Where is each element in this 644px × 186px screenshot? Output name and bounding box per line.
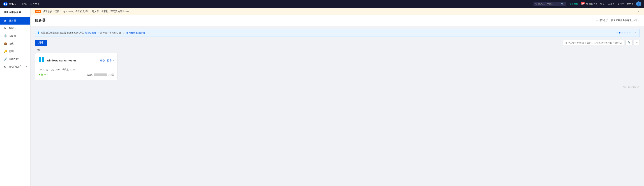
- header-actions: ✦ 场景教学 轻量应用服务器帮助文档 ↗: [596, 19, 640, 22]
- card-actions: 登录 更多 ▾: [100, 59, 114, 62]
- database-icon: 🗄: [4, 27, 7, 30]
- svg-rect-4: [42, 57, 44, 60]
- miniapp-button[interactable]: ⬡ 小程序: [569, 2, 578, 5]
- sidebar-item-database[interactable]: 🗄 数据库: [0, 24, 30, 32]
- doc-link[interactable]: 轻量应用服务器帮助文档 ↗: [611, 19, 640, 22]
- sidebar-item-network[interactable]: 🔗 内网互联: [0, 55, 30, 63]
- filter-input[interactable]: [563, 40, 624, 45]
- main-content: HOT 诚邀您参与玩转「Lighthouse」有奖征文活动。写文章，拿豪礼，万元…: [30, 8, 644, 186]
- nav-links: 总览 云产品 ▾: [22, 2, 39, 5]
- account-button[interactable]: 集团账号 ▾: [586, 2, 598, 5]
- top-nav: 腾讯云 总览 云产品 ▾ 🔍 ⬡ 小程序 ✉ 11 集团账号 ▾ 备案 工具 ▾…: [0, 0, 644, 8]
- svg-point-0: [3, 2, 8, 6]
- nav-divider: [19, 2, 19, 6]
- server-status: 运行中: [39, 73, 48, 76]
- close-banner-button[interactable]: ✕: [637, 10, 640, 13]
- sidebar-label-server: 服务器: [8, 19, 16, 22]
- logo-icon: [3, 1, 8, 6]
- new-server-button[interactable]: 新建: [35, 40, 47, 46]
- beian-button[interactable]: 备案: [600, 2, 605, 5]
- search-icon: 🔍: [561, 2, 564, 5]
- sidebar: 轻量应用服务器 🖥 服务器 🗄 数据库 💿 云硬盘 📦 镜像 🔑 密钥 🔗 内网…: [0, 8, 30, 186]
- miniapp-icon: ⬡: [569, 3, 571, 5]
- avatar-icon: 👤: [637, 2, 640, 6]
- search-filter: 🔍 ↻: [563, 40, 640, 45]
- logo-text: 腾讯云: [9, 2, 16, 5]
- sidebar-label-auto: 自动化助手: [8, 65, 21, 69]
- wechat-group-link[interactable]: 微信交流群 ↗: [84, 31, 99, 34]
- info-banner: ℹ 欢迎加入轻量应用服务器 Lighthouse 产品 微信交流群 ↗ 进行技术…: [35, 29, 640, 37]
- card-spec: CPU 2核 · 内存 2GB · 系统盘 40GB: [39, 68, 114, 71]
- search-input[interactable]: [535, 3, 560, 5]
- nav-overview[interactable]: 总览: [22, 2, 26, 5]
- dot-0[interactable]: [616, 32, 618, 33]
- mail-button[interactable]: ✉ 11: [581, 3, 583, 5]
- account-label: 集团账号 ▾: [586, 2, 598, 5]
- ip-info: (公)12 143匹: [87, 73, 114, 76]
- user-avatar[interactable]: 👤: [636, 1, 641, 6]
- sidebar-item-auto[interactable]: ⚙ 自动化助手 ▾: [0, 63, 30, 71]
- sidebar-title: 轻量应用服务器: [0, 8, 30, 17]
- page-title: 服务器: [35, 18, 46, 23]
- info-text: 欢迎加入轻量应用服务器 Lighthouse 产品 微信交流群 ↗ 进行技术咨询…: [41, 31, 615, 34]
- ip-suffix: 143匹: [108, 73, 114, 76]
- doc-label: 轻量应用服务器帮助文档 ↗: [611, 19, 640, 22]
- footer: ©2013-2023腾讯云: [30, 85, 644, 90]
- svg-rect-6: [42, 60, 44, 62]
- main-layout: 轻量应用服务器 🖥 服务器 🗄 数据库 💿 云硬盘 📦 镜像 🔑 密钥 🔗 内网…: [0, 8, 644, 186]
- dot-4[interactable]: [626, 32, 628, 33]
- sidebar-item-mirror[interactable]: 📦 镜像: [0, 40, 30, 47]
- server-icon: 🖥: [4, 19, 7, 22]
- feedback-link[interactable]: 参与有奖反馈活动: [126, 31, 145, 34]
- sidebar-label-mirror: 镜像: [8, 42, 14, 45]
- windows-logo-icon: [39, 57, 44, 64]
- nav-divider-2: [42, 2, 42, 6]
- footer-text: ©2013-2023腾讯云: [623, 86, 640, 88]
- tools-button[interactable]: 工具 ▾: [608, 2, 614, 5]
- cards-area: Windows Server-W37R 登录 更多 ▾ CPU 2核 · 内存 …: [30, 53, 644, 85]
- server-card: Windows Server-W37R 登录 更多 ▾ CPU 2核 · 内存 …: [35, 53, 118, 80]
- close-info-button[interactable]: ✕: [634, 31, 637, 34]
- windows-icon: [39, 57, 44, 63]
- support-label: 支持 ▾: [617, 2, 624, 5]
- hot-badge: HOT: [35, 10, 41, 13]
- ip-prefix: (公)12: [87, 73, 94, 76]
- support-button[interactable]: 支持 ▾: [617, 2, 624, 5]
- scene-teaching-link[interactable]: ✦ 场景教学: [596, 19, 608, 22]
- card-header: Windows Server-W37R 登录 更多 ▾: [39, 57, 114, 64]
- mirror-icon: 📦: [4, 42, 7, 45]
- filter-search-button[interactable]: 🔍: [626, 40, 632, 45]
- fee-button[interactable]: 费用 ▾: [626, 2, 633, 5]
- login-link[interactable]: 登录: [100, 59, 105, 62]
- search-box[interactable]: 🔍: [534, 2, 566, 6]
- info-text-pre: 欢迎加入轻量应用服务器 Lighthouse 产品: [41, 31, 84, 34]
- info-dots: [616, 32, 630, 33]
- dot-2[interactable]: [622, 32, 623, 33]
- sidebar-item-key[interactable]: 🔑 密钥: [0, 47, 30, 55]
- tools-label: 工具 ▾: [608, 2, 614, 5]
- network-icon: 🔗: [4, 57, 7, 61]
- dot-5[interactable]: [629, 32, 630, 33]
- auto-icon: ⚙: [4, 65, 7, 69]
- dot-1[interactable]: [619, 32, 620, 33]
- card-footer: 运行中 (公)12 143匹: [39, 73, 114, 76]
- ip-blurred: [94, 74, 107, 76]
- logo: 腾讯云: [3, 1, 16, 6]
- dot-3[interactable]: [624, 32, 626, 33]
- sidebar-item-disk[interactable]: 💿 云硬盘: [0, 32, 30, 40]
- scene-teaching-label: 场景教学: [599, 19, 608, 22]
- top-nav-right: 🔍 ⬡ 小程序 ✉ 11 集团账号 ▾ 备案 工具 ▾ 支持 ▾ 费用 ▾ 👤: [534, 1, 641, 6]
- more-button[interactable]: 更多 ▾: [107, 59, 114, 62]
- region-label: 上海: [30, 48, 644, 53]
- sidebar-item-server[interactable]: 🖥 服务器: [0, 17, 30, 24]
- sidebar-label-network: 内网互联: [8, 58, 19, 61]
- nav-products[interactable]: 云产品 ▾: [30, 2, 39, 5]
- scene-icon: ✦: [596, 19, 598, 22]
- key-icon: 🔑: [4, 50, 7, 53]
- status-dot-icon: [39, 74, 40, 76]
- toolbar: 新建 🔍 ↻: [30, 40, 644, 48]
- fee-label: 费用 ▾: [626, 2, 633, 5]
- filter-refresh-button[interactable]: ↻: [634, 40, 640, 45]
- beian-label: 备案: [600, 2, 605, 5]
- promotion-banner: HOT 诚邀您参与玩转「Lighthouse」有奖征文活动。写文章，拿豪礼，万元…: [30, 8, 644, 15]
